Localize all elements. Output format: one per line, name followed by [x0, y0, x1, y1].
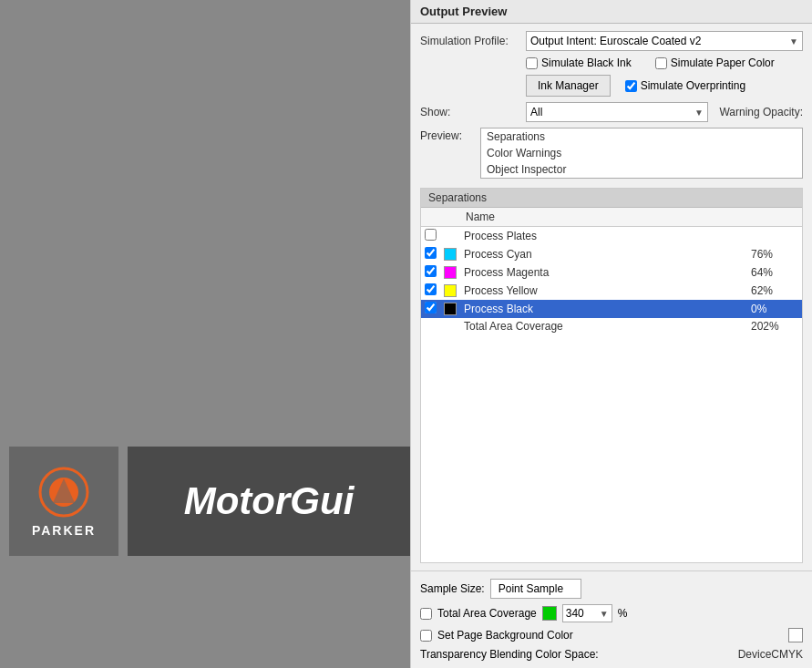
separations-table-container: Name Process Plates — [421, 208, 802, 562]
row-name-cell: Process Magenta — [460, 263, 747, 282]
table-row: Process Cyan 76% — [421, 245, 802, 263]
row-checkbox-cell[interactable] — [421, 263, 440, 282]
row-name-cell: Total Area Coverage — [460, 318, 747, 334]
row-checkbox-cell[interactable] — [421, 245, 440, 263]
separations-table: Name Process Plates — [421, 208, 802, 334]
parker-logo-icon — [36, 465, 91, 519]
simulate-black-ink-label: Simulate Black Ink — [541, 57, 632, 69]
simulate-overprinting-row: Simulate Overprinting — [625, 79, 745, 92]
total-area-coverage-checkbox[interactable] — [420, 608, 432, 620]
process-plates-checkbox[interactable] — [425, 229, 437, 241]
show-row: Show: All ▼ Warning Opacity: — [420, 102, 803, 122]
warning-opacity-label: Warning Opacity: — [719, 106, 803, 118]
transparency-label: Transparency Blending Color Space: — [420, 648, 599, 661]
total-area-coverage-row: Total Area Coverage 340 ▼ % — [420, 604, 803, 622]
col-checkbox — [421, 208, 440, 227]
magenta-swatch — [444, 266, 457, 279]
ink-manager-row: Ink Manager Simulate Overprinting — [420, 75, 803, 97]
simulate-black-ink-checkbox[interactable] — [526, 57, 538, 69]
separations-title: Separations — [421, 189, 802, 208]
preview-label: Preview: — [420, 128, 475, 142]
motorguide-text: MotorGui — [184, 479, 355, 523]
simulation-profile-label: Simulation Profile: — [420, 35, 520, 47]
simulate-paper-color-label: Simulate Paper Color — [671, 57, 775, 69]
yellow-swatch — [444, 284, 457, 297]
preview-color-warnings[interactable]: Color Warnings — [481, 145, 802, 161]
simulate-paper-color-checkbox[interactable] — [655, 57, 667, 69]
row-percent-cell: 202% — [747, 318, 802, 334]
row-checkbox-cell[interactable] — [421, 300, 440, 318]
total-area-coverage-label: Total Area Coverage — [437, 607, 537, 620]
panel-body: Simulation Profile: Output Intent: Euros… — [411, 24, 812, 570]
row-swatch-cell — [440, 318, 460, 334]
preview-dropdown: Separations Color Warnings Object Inspec… — [480, 128, 803, 179]
row-checkbox-cell[interactable] — [421, 282, 440, 300]
table-row: Process Yellow 62% — [421, 282, 802, 300]
row-checkbox-cell — [421, 318, 440, 334]
col-swatch — [440, 208, 460, 227]
simulate-overprinting-checkbox[interactable] — [625, 80, 637, 92]
sample-size-value: Point Sample — [490, 579, 581, 599]
row-swatch-cell — [440, 245, 460, 263]
total-area-arrow-icon: ▼ — [600, 609, 609, 619]
process-cyan-checkbox[interactable] — [425, 247, 437, 259]
cyan-swatch — [444, 248, 457, 261]
col-percent-header — [747, 208, 802, 227]
row-swatch-cell — [440, 300, 460, 318]
col-name-header: Name — [460, 208, 747, 227]
table-row: Process Magenta 64% — [421, 263, 802, 282]
parker-brand-text: PARKER — [32, 523, 96, 538]
row-percent-cell: 76% — [747, 245, 802, 263]
separations-section: Separations Name — [420, 188, 803, 563]
simulate-overprinting-label: Simulate Overprinting — [641, 79, 745, 92]
set-page-bg-row: Set Page Background Color — [420, 628, 803, 642]
row-percent-cell: 64% — [747, 263, 802, 282]
bottom-section: Sample Size: Point Sample Total Area Cov… — [411, 570, 812, 668]
canvas-background — [0, 0, 410, 668]
table-row: Process Plates — [421, 227, 802, 246]
show-select[interactable]: All ▼ — [526, 102, 708, 122]
set-page-bg-label: Set Page Background Color — [437, 629, 573, 642]
transparency-row: Transparency Blending Color Space: Devic… — [420, 648, 803, 661]
simulation-profile-select[interactable]: Output Intent: Euroscale Coated v2 ▼ — [526, 31, 803, 51]
show-value: All — [530, 106, 542, 118]
show-select-arrow-icon: ▼ — [694, 108, 704, 118]
table-row-selected[interactable]: Process Black 0% — [421, 300, 802, 318]
green-swatch-icon — [542, 606, 557, 621]
total-area-value: 340 — [566, 607, 584, 620]
preview-separations[interactable]: Separations — [481, 128, 802, 145]
simulate-paper-color-checkbox-row: Simulate Paper Color — [655, 57, 775, 69]
row-percent-cell — [747, 227, 802, 246]
row-name-cell: Process Black — [460, 300, 747, 318]
row-swatch-cell — [440, 263, 460, 282]
row-checkbox-cell[interactable] — [421, 227, 440, 246]
motorguide-banner: MotorGui — [128, 447, 410, 556]
panel-title: Output Preview — [411, 0, 812, 24]
preview-row: Preview: Separations Color Warnings Obje… — [420, 128, 803, 179]
output-preview-panel: Output Preview Simulation Profile: Outpu… — [410, 0, 812, 668]
process-black-checkbox[interactable] — [425, 302, 437, 313]
parker-logo-area: PARKER — [9, 447, 118, 556]
simulate-black-ink-checkbox-row: Simulate Black Ink — [526, 57, 632, 69]
table-row: Total Area Coverage 202% — [421, 318, 802, 334]
page-bg-swatch-icon — [788, 628, 803, 642]
simulate-checkboxes-row: Simulate Black Ink Simulate Paper Color — [420, 57, 803, 69]
percent-symbol: % — [618, 607, 628, 620]
row-name-cell: Process Yellow — [460, 282, 747, 300]
set-page-bg-checkbox[interactable] — [420, 630, 432, 642]
process-yellow-checkbox[interactable] — [425, 283, 437, 295]
row-name-cell: Process Plates — [460, 227, 747, 246]
row-percent-cell: 0% — [747, 300, 802, 318]
black-swatch — [444, 303, 457, 315]
preview-object-inspector[interactable]: Object Inspector — [481, 161, 802, 178]
sample-size-row: Sample Size: Point Sample — [420, 579, 803, 599]
row-percent-cell: 62% — [747, 282, 802, 300]
simulation-profile-arrow-icon: ▼ — [789, 36, 798, 46]
process-magenta-checkbox[interactable] — [425, 265, 437, 277]
ink-manager-button[interactable]: Ink Manager — [526, 75, 611, 97]
sample-size-label: Sample Size: — [420, 582, 485, 595]
simulation-profile-value: Output Intent: Euroscale Coated v2 — [530, 35, 701, 47]
total-area-value-select[interactable]: 340 ▼ — [562, 604, 612, 622]
row-name-cell: Process Cyan — [460, 245, 747, 263]
parker-logo: PARKER — [32, 465, 96, 538]
